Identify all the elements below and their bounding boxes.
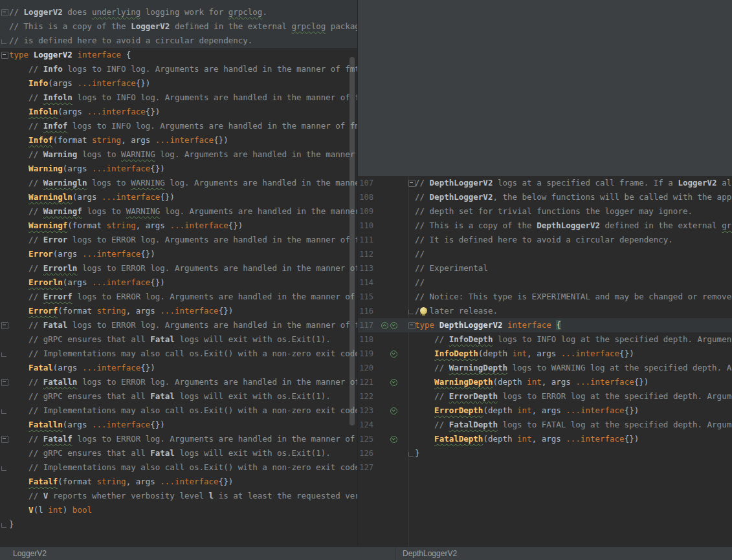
- line-number[interactable]: 107: [358, 176, 373, 190]
- code-line[interactable]: // gRPC ensures that all Fatal logs will…: [0, 332, 357, 347]
- code-line[interactable]: Error(args ...interface{}): [0, 247, 357, 261]
- line-number[interactable]: 122: [358, 389, 373, 404]
- code-line[interactable]: 118 // InfoDepth logs to INFO log at the…: [358, 332, 732, 347]
- code-line[interactable]: // Warningln logs to WARNING log. Argume…: [0, 176, 357, 190]
- code-line[interactable]: 127: [358, 460, 732, 475]
- fold-collapse-icon[interactable]: [1, 436, 8, 443]
- override-up-icon[interactable]: [381, 322, 388, 329]
- line-number[interactable]: 125: [358, 432, 373, 446]
- code-line[interactable]: // Fatalln logs to ERROR log. Arguments …: [0, 375, 357, 389]
- code-line[interactable]: // Errorln logs to ERROR log. Arguments …: [0, 261, 357, 275]
- code-line[interactable]: 115// Notice: This type is EXPERIMENTAL …: [358, 290, 732, 304]
- line-number[interactable]: 111: [358, 233, 373, 247]
- implemented-down-icon[interactable]: [390, 436, 397, 443]
- line-number[interactable]: 121: [358, 375, 373, 389]
- code-line[interactable]: 107// DepthLoggerV2 logs at a specified …: [358, 176, 732, 190]
- code-line[interactable]: 114//: [358, 275, 732, 290]
- line-number[interactable]: 123: [358, 404, 373, 418]
- code-line[interactable]: 124 // FatalDepth logs to FATAL log at t…: [358, 418, 732, 432]
- code-line[interactable]: // Fatalf logs to ERROR log. Arguments a…: [0, 432, 357, 446]
- code-line[interactable]: 108// DepthLoggerV2, the below functions…: [358, 190, 732, 204]
- code-line[interactable]: Infof(format string, args ...interface{}…: [0, 133, 357, 147]
- line-number[interactable]: 127: [358, 460, 373, 475]
- code-line[interactable]: // gRPC ensures that all Fatal logs will…: [0, 389, 357, 404]
- code-line[interactable]: Infoln(args ...interface{}): [0, 105, 357, 119]
- code-line[interactable]: Warning(args ...interface{}): [0, 162, 357, 176]
- code-line[interactable]: // LoggerV2 does underlying logging work…: [0, 5, 357, 19]
- code-line[interactable]: // Info logs to INFO log. Arguments are …: [0, 62, 357, 76]
- line-number[interactable]: 110: [358, 219, 373, 233]
- line-number[interactable]: 114: [358, 275, 373, 290]
- code-line[interactable]: type LoggerV2 interface {: [0, 48, 357, 62]
- code-line[interactable]: // Infof logs to INFO log. Arguments are…: [0, 119, 357, 133]
- implemented-down-icon[interactable]: [390, 322, 397, 329]
- code-line[interactable]: Errorln(args ...interface{}): [0, 275, 357, 290]
- code-line[interactable]: // Warningf logs to WARNING log. Argumen…: [0, 204, 357, 219]
- code-line[interactable]: 123 ErrorDepth(depth int, args ...interf…: [358, 404, 732, 418]
- code-line[interactable]: 117type DepthLoggerV2 interface {: [358, 318, 732, 332]
- code-line[interactable]: 110// This is a copy of the DepthLoggerV…: [358, 219, 732, 233]
- code-line[interactable]: V(l int) bool: [0, 503, 357, 517]
- code-line[interactable]: 119 InfoDepth(depth int, args ...interfa…: [358, 347, 732, 361]
- code-line[interactable]: 111// It is defined here to avoid a circ…: [358, 233, 732, 247]
- left-scrollbar-thumb[interactable]: [349, 57, 355, 425]
- fold-collapse-icon[interactable]: [408, 180, 416, 187]
- line-number[interactable]: 124: [358, 418, 373, 432]
- fold-collapse-icon[interactable]: [408, 322, 416, 329]
- code-line[interactable]: 113// Experimental: [358, 261, 732, 275]
- fold-end-icon[interactable]: [1, 409, 6, 414]
- code-line[interactable]: // Implementations may also call os.Exit…: [0, 347, 357, 361]
- code-line[interactable]: Fatalf(format string, args ...interface{…: [0, 475, 357, 489]
- line-number[interactable]: 119: [358, 347, 373, 361]
- fold-collapse-icon[interactable]: [1, 322, 8, 329]
- code-line[interactable]: 121 WarningDepth(depth int, args ...inte…: [358, 375, 732, 389]
- code-line[interactable]: Warningln(args ...interface{}): [0, 190, 357, 204]
- line-number[interactable]: 112: [358, 247, 373, 261]
- line-number[interactable]: 108: [358, 190, 373, 204]
- line-number[interactable]: 120: [358, 361, 373, 375]
- code-line[interactable]: // Implementations may also call os.Exit…: [0, 460, 357, 475]
- code-line[interactable]: // gRPC ensures that all Fatal logs will…: [0, 446, 357, 460]
- breadcrumb-left[interactable]: LoggerV2: [0, 549, 395, 558]
- implemented-down-icon[interactable]: [390, 379, 397, 386]
- line-number[interactable]: 118: [358, 332, 373, 347]
- code-line[interactable]: }: [0, 517, 357, 532]
- implemented-down-icon[interactable]: [390, 407, 397, 415]
- fold-end-icon[interactable]: [408, 310, 414, 314]
- fold-collapse-icon[interactable]: [1, 379, 8, 386]
- code-line[interactable]: // V reports whether verbosity level l i…: [0, 489, 357, 503]
- line-number[interactable]: 126: [358, 446, 373, 460]
- line-number[interactable]: 109: [358, 204, 373, 219]
- fold-collapse-icon[interactable]: [1, 9, 8, 16]
- code-line[interactable]: // Fatal logs to ERROR log. Arguments ar…: [0, 318, 357, 332]
- line-number[interactable]: 117: [358, 318, 373, 332]
- code-line[interactable]: Info(args ...interface{}): [0, 76, 357, 91]
- code-line[interactable]: // Error logs to ERROR log. Arguments ar…: [0, 233, 357, 247]
- code-line[interactable]: // This is a copy of the LoggerV2 define…: [0, 19, 357, 34]
- code-line[interactable]: 120 // WarningDepth logs to WARNING log …: [358, 361, 732, 375]
- code-line[interactable]: Errorf(format string, args ...interface{…: [0, 304, 357, 318]
- implemented-down-icon[interactable]: [390, 350, 397, 358]
- line-number[interactable]: 115: [358, 290, 373, 304]
- code-line[interactable]: // Warning logs to WARNING log. Argument…: [0, 147, 357, 162]
- code-line[interactable]: 109// depth set for trivial functions th…: [358, 204, 732, 219]
- fold-end-icon[interactable]: [1, 39, 6, 44]
- code-line[interactable]: 112//: [358, 247, 732, 261]
- fold-end-icon[interactable]: [1, 352, 6, 357]
- line-number[interactable]: 116: [358, 304, 373, 318]
- code-line[interactable]: // Errorf logs to ERROR log. Arguments a…: [0, 290, 357, 304]
- code-line[interactable]: 122 // ErrorDepth logs to ERROR log at t…: [358, 389, 732, 404]
- code-line[interactable]: // Implementations may also call os.Exit…: [0, 404, 357, 418]
- code-line[interactable]: // is defined here to avoid a circular d…: [0, 34, 357, 48]
- fold-end-icon[interactable]: [1, 466, 6, 471]
- code-line[interactable]: Fatal(args ...interface{}): [0, 361, 357, 375]
- fold-collapse-icon[interactable]: [1, 52, 8, 59]
- fold-end-icon[interactable]: [408, 452, 414, 457]
- intention-bulb-icon[interactable]: [420, 307, 427, 314]
- code-line[interactable]: Fatalln(args ...interface{}): [0, 418, 357, 432]
- fold-end-icon[interactable]: [1, 523, 6, 528]
- code-line[interactable]: 125 FatalDepth(depth int, args ...interf…: [358, 432, 732, 446]
- code-line[interactable]: 126}: [358, 446, 732, 460]
- code-line[interactable]: 116// later release.: [358, 304, 732, 318]
- code-line[interactable]: Warningf(format string, args ...interfac…: [0, 219, 357, 233]
